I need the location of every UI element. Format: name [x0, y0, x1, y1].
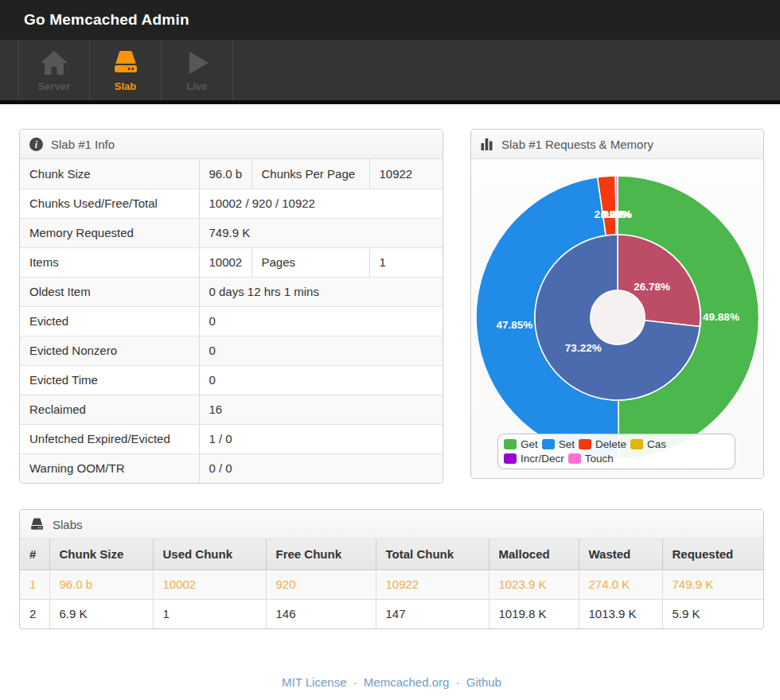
info-row: Unfetched Expired/Evicted1 / 0 — [20, 424, 443, 453]
legend-label: Get — [521, 438, 538, 450]
chart-panel: Slab #1 Requests & Memory 49.88%47.85%2.… — [470, 129, 764, 479]
info-value: 10002 / 920 / 10922 — [199, 189, 443, 218]
main-nav: ServerSlabLive — [0, 40, 780, 104]
pie-percent-label: 0.25% — [602, 208, 632, 220]
info-row: Evicted0 — [20, 306, 443, 336]
info-label: Evicted Time — [20, 365, 199, 395]
slabs-thead-row: #Chunk SizeUsed ChunkFree ChunkTotal Chu… — [20, 539, 763, 570]
main-content: i Slab #1 Info Chunk Size96.0 bChunks Pe… — [0, 104, 780, 689]
info-row: Memory Requested749.9 K — [20, 218, 443, 247]
info-row: Warning OOM/TR0 / 0 — [20, 453, 443, 483]
info-value: 10922 — [369, 159, 443, 189]
slab-row[interactable]: 26.9 K11461471019.8 K1013.9 K5.9 K — [20, 599, 763, 628]
tab-slab-label: Slab — [115, 80, 136, 92]
info-value: 1 — [369, 247, 443, 277]
info-value: 0 — [199, 306, 443, 336]
info-label: Chunks Used/Free/Total — [20, 189, 199, 218]
info-value: 16 — [199, 395, 443, 424]
info-row: Oldest Item0 days 12 hrs 1 mins — [20, 277, 443, 306]
col-wasted: Wasted — [579, 539, 662, 570]
top-row: i Slab #1 Info Chunk Size96.0 bChunks Pe… — [19, 129, 764, 484]
chart-legend: GetSetDeleteCasIncr/DecrTouch — [497, 434, 735, 469]
legend-item-get: Get — [504, 438, 538, 450]
tab-live-label: Live — [186, 80, 207, 92]
footer-separator: · — [349, 675, 360, 689]
tab-server[interactable]: Server — [18, 40, 90, 100]
chart-panel-header: Slab #1 Requests & Memory — [471, 130, 763, 159]
slab-row[interactable]: 196.0 b10002920109221023.9 K274.0 K749.9… — [20, 570, 763, 599]
hdd-icon — [29, 518, 45, 531]
legend-label: Delete — [595, 438, 626, 450]
legend-item-delete: Delete — [579, 438, 626, 450]
donut-hole — [591, 290, 645, 344]
info-row: Evicted Nonzero0 — [20, 336, 443, 365]
hdd-icon — [111, 50, 140, 76]
slab-cell: 920 — [266, 570, 376, 599]
slab-info-panel-header: i Slab #1 Info — [20, 130, 443, 159]
slab-cell: 1 — [153, 599, 266, 628]
info-value: 96.0 b — [199, 159, 252, 189]
slab-info-table: Chunk Size96.0 bChunks Per Page10922Chun… — [20, 159, 443, 483]
pie-percent-label: 73.22% — [565, 342, 602, 354]
play-icon — [183, 50, 212, 76]
legend-swatch — [504, 439, 517, 449]
info-row: Items10002Pages1 — [20, 247, 443, 277]
info-value: 0 days 12 hrs 1 mins — [199, 277, 443, 306]
info-label: Chunks Per Page — [252, 159, 369, 189]
legend-label: Incr/Decr — [521, 453, 564, 465]
tab-server-label: Server — [38, 80, 70, 92]
slab-info-title: Slab #1 Info — [51, 138, 115, 151]
chart-body: 49.88%47.85%2.02%0.00%0.00%0.25%26.78%73… — [471, 159, 763, 478]
footer-link-memcached-org[interactable]: Memcached.org — [364, 675, 450, 689]
legend-swatch — [579, 439, 591, 449]
col-total-chunk: Total Chunk — [376, 539, 489, 570]
slab-cell: 10002 — [153, 570, 266, 599]
info-label: Memory Requested — [20, 218, 199, 247]
info-label: Warning OOM/TR — [20, 453, 199, 483]
col-malloced: Malloced — [489, 539, 579, 570]
slab-cell: 146 — [266, 599, 376, 628]
app-title[interactable]: Go Memcached Admin — [24, 11, 189, 29]
slab-cell: 1013.9 K — [579, 599, 662, 628]
footer-link-mit-license[interactable]: MIT License — [282, 675, 346, 689]
slab-info-panel: i Slab #1 Info Chunk Size96.0 bChunks Pe… — [19, 129, 443, 484]
footer-link-github[interactable]: Github — [466, 675, 501, 689]
footer: MIT License · Memcached.org · Github — [19, 675, 764, 689]
pie-percent-label: 47.85% — [496, 319, 532, 331]
info-value: 749.9 K — [199, 218, 443, 247]
col-requested: Requested — [662, 539, 763, 570]
legend-label: Touch — [585, 453, 614, 465]
info-label: Items — [20, 247, 199, 277]
col-num: # — [20, 539, 49, 570]
slab-cell: 6.9 K — [49, 599, 153, 628]
pie-percent-label: 49.88% — [703, 311, 739, 323]
info-row: Evicted Time0 — [20, 365, 443, 395]
info-value: 10002 — [199, 247, 252, 277]
home-icon — [40, 50, 68, 76]
legend-label: Cas — [647, 438, 666, 450]
footer-separator: · — [452, 675, 462, 689]
slab-cell: 2 — [20, 599, 49, 628]
chart-panel-title: Slab #1 Requests & Memory — [501, 138, 653, 151]
slab-cell: 10922 — [376, 570, 489, 599]
slab-cell: 96.0 b — [49, 570, 153, 599]
tab-slab[interactable]: Slab — [90, 40, 162, 100]
legend-label: Set — [559, 438, 575, 450]
slabs-panel: Slabs #Chunk SizeUsed ChunkFree ChunkTot… — [19, 509, 764, 629]
slab-cell: 1019.8 K — [489, 599, 579, 628]
legend-swatch — [630, 439, 643, 449]
info-value: 0 / 0 — [199, 453, 443, 483]
legend-item-touch: Touch — [568, 453, 614, 465]
slabs-panel-title: Slabs — [53, 518, 83, 531]
slab-cell: 274.0 K — [579, 570, 662, 599]
legend-swatch — [504, 453, 517, 464]
legend-item-set: Set — [542, 438, 575, 450]
legend-swatch — [542, 439, 555, 449]
slabs-table: #Chunk SizeUsed ChunkFree ChunkTotal Chu… — [20, 539, 763, 628]
info-label: Oldest Item — [20, 277, 199, 306]
info-label: Unfetched Expired/Evicted — [20, 424, 199, 453]
tab-live[interactable]: Live — [162, 40, 233, 100]
slab-cell: 1 — [20, 570, 49, 599]
slab-cell: 749.9 K — [662, 570, 763, 599]
legend-item-incr-decr: Incr/Decr — [504, 453, 564, 465]
